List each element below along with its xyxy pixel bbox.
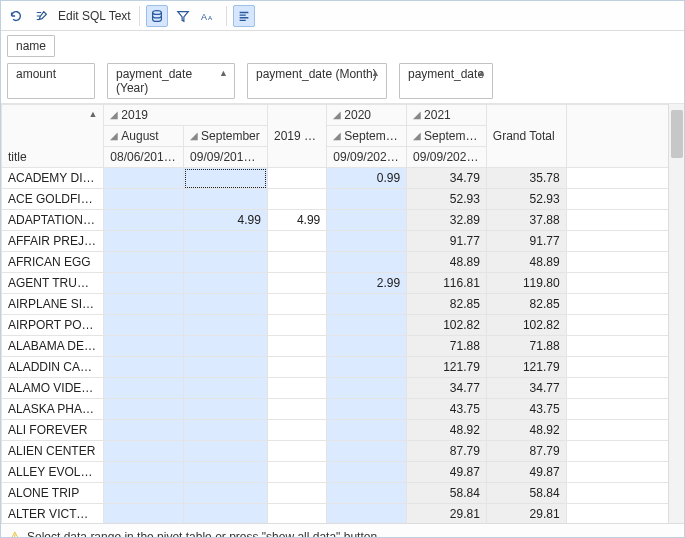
cell-grand[interactable]: 71.88 bbox=[486, 336, 566, 357]
cell-sep19[interactable] bbox=[184, 504, 268, 524]
cell-grand[interactable]: 37.88 bbox=[486, 210, 566, 231]
cell-title[interactable]: ALLEY EVOLUTION bbox=[2, 462, 104, 483]
cell-sep21[interactable]: 29.81 bbox=[407, 504, 487, 524]
cell-title[interactable]: ACADEMY DINO... bbox=[2, 168, 104, 189]
align-left-icon[interactable] bbox=[233, 5, 255, 27]
cell-sep21[interactable]: 48.92 bbox=[407, 420, 487, 441]
table-row[interactable]: ALASKA PHANTOM43.7543.75 bbox=[2, 399, 669, 420]
col-field-year[interactable]: payment_date (Year) ▲ bbox=[107, 63, 235, 99]
cell-aug19[interactable] bbox=[104, 378, 184, 399]
cell-sum19[interactable] bbox=[267, 462, 326, 483]
cell-sep20[interactable] bbox=[327, 483, 407, 504]
table-row[interactable]: ALABAMA DEVIL71.8871.88 bbox=[2, 336, 669, 357]
cell-aug19[interactable] bbox=[104, 504, 184, 524]
col-date-sep19[interactable]: 09/09/2019 ... bbox=[184, 147, 268, 168]
cell-aug19[interactable] bbox=[104, 273, 184, 294]
cell-sep19[interactable] bbox=[184, 399, 268, 420]
cell-sep19[interactable]: 4.99 bbox=[184, 210, 268, 231]
cell-sep20[interactable] bbox=[327, 462, 407, 483]
cell-sum19[interactable] bbox=[267, 294, 326, 315]
col-field-month[interactable]: payment_date (Month) ▲ bbox=[247, 63, 387, 99]
cell-title[interactable]: ALONE TRIP bbox=[2, 483, 104, 504]
cell-sum19[interactable] bbox=[267, 315, 326, 336]
database-icon[interactable] bbox=[146, 5, 168, 27]
cell-sep20[interactable] bbox=[327, 399, 407, 420]
col-year-2021[interactable]: ◢2021 bbox=[407, 105, 487, 126]
cell-sep21[interactable]: 71.88 bbox=[407, 336, 487, 357]
cell-sep20[interactable]: 2.99 bbox=[327, 273, 407, 294]
cell-aug19[interactable] bbox=[104, 210, 184, 231]
table-row[interactable]: AIRPORT POLLO...102.82102.82 bbox=[2, 315, 669, 336]
cell-sep21[interactable]: 121.79 bbox=[407, 357, 487, 378]
cell-grand[interactable]: 35.78 bbox=[486, 168, 566, 189]
cell-sum19[interactable] bbox=[267, 252, 326, 273]
cell-grand[interactable]: 52.93 bbox=[486, 189, 566, 210]
cell-title[interactable]: ALASKA PHANTOM bbox=[2, 399, 104, 420]
cell-aug19[interactable] bbox=[104, 462, 184, 483]
cell-sep20[interactable] bbox=[327, 315, 407, 336]
refresh-icon[interactable] bbox=[5, 5, 27, 27]
cell-sep19[interactable] bbox=[184, 336, 268, 357]
font-size-icon[interactable]: AA bbox=[198, 5, 220, 27]
cell-sep21[interactable]: 52.93 bbox=[407, 189, 487, 210]
cell-sep20[interactable] bbox=[327, 210, 407, 231]
cell-aug19[interactable] bbox=[104, 336, 184, 357]
table-row[interactable]: ALIEN CENTER87.7987.79 bbox=[2, 441, 669, 462]
col-grand-total[interactable]: Grand Total bbox=[486, 105, 566, 168]
scrollbar-thumb[interactable] bbox=[671, 110, 683, 158]
cell-sep19[interactable] bbox=[184, 273, 268, 294]
cell-sum19[interactable] bbox=[267, 273, 326, 294]
cell-grand[interactable]: 43.75 bbox=[486, 399, 566, 420]
table-row[interactable]: AIRPLANE SIERRA82.8582.85 bbox=[2, 294, 669, 315]
cell-sep19[interactable] bbox=[184, 189, 268, 210]
table-row[interactable]: AGENT TRUMAN2.99116.81119.80 bbox=[2, 273, 669, 294]
col-month-sep-2021[interactable]: ◢September bbox=[407, 126, 487, 147]
cell-grand[interactable]: 29.81 bbox=[486, 504, 566, 524]
col-month-aug[interactable]: ◢August bbox=[104, 126, 184, 147]
cell-grand[interactable]: 49.87 bbox=[486, 462, 566, 483]
cell-grand[interactable]: 102.82 bbox=[486, 315, 566, 336]
cell-sum19[interactable] bbox=[267, 189, 326, 210]
cell-sum19[interactable] bbox=[267, 483, 326, 504]
cell-title[interactable]: ALIEN CENTER bbox=[2, 441, 104, 462]
table-row[interactable]: AFRICAN EGG48.8948.89 bbox=[2, 252, 669, 273]
cell-sep21[interactable]: 32.89 bbox=[407, 210, 487, 231]
cell-title[interactable]: ALABAMA DEVIL bbox=[2, 336, 104, 357]
table-row[interactable]: ALAMO VIDEOT...34.7734.77 bbox=[2, 378, 669, 399]
cell-aug19[interactable] bbox=[104, 231, 184, 252]
cell-sep21[interactable]: 82.85 bbox=[407, 294, 487, 315]
cell-sep20[interactable] bbox=[327, 252, 407, 273]
cell-sep19[interactable] bbox=[184, 231, 268, 252]
cell-title[interactable]: AIRPORT POLLO... bbox=[2, 315, 104, 336]
cell-aug19[interactable] bbox=[104, 315, 184, 336]
filter-icon[interactable] bbox=[172, 5, 194, 27]
table-row[interactable]: ALONE TRIP58.8458.84 bbox=[2, 483, 669, 504]
cell-sep20[interactable] bbox=[327, 294, 407, 315]
cell-title[interactable]: AFFAIR PREJUD... bbox=[2, 231, 104, 252]
table-row[interactable]: ALTER VICTORY29.8129.81 bbox=[2, 504, 669, 524]
cell-sep21[interactable]: 34.79 bbox=[407, 168, 487, 189]
cell-sep20[interactable] bbox=[327, 189, 407, 210]
cell-sum19[interactable] bbox=[267, 231, 326, 252]
cell-sep19[interactable] bbox=[184, 462, 268, 483]
cell-sep21[interactable]: 91.77 bbox=[407, 231, 487, 252]
edit-sql-label[interactable]: Edit SQL Text bbox=[57, 9, 133, 23]
cell-sep20[interactable] bbox=[327, 357, 407, 378]
cell-aug19[interactable] bbox=[104, 399, 184, 420]
cell-sep19[interactable] bbox=[184, 315, 268, 336]
col-2019-sum[interactable]: 2019 Sum bbox=[267, 105, 326, 168]
cell-grand[interactable]: 48.89 bbox=[486, 252, 566, 273]
cell-aug19[interactable] bbox=[104, 168, 184, 189]
cell-grand[interactable]: 119.80 bbox=[486, 273, 566, 294]
cell-title[interactable]: AGENT TRUMAN bbox=[2, 273, 104, 294]
cell-sep21[interactable]: 48.89 bbox=[407, 252, 487, 273]
cell-sep21[interactable]: 102.82 bbox=[407, 315, 487, 336]
cell-title[interactable]: AFRICAN EGG bbox=[2, 252, 104, 273]
cell-sum19[interactable] bbox=[267, 378, 326, 399]
cell-sum19[interactable] bbox=[267, 336, 326, 357]
cell-sep20[interactable] bbox=[327, 420, 407, 441]
cell-sep20[interactable] bbox=[327, 504, 407, 524]
filter-field-name[interactable]: name bbox=[7, 35, 55, 57]
cell-grand[interactable]: 34.77 bbox=[486, 378, 566, 399]
col-month-sep-2020[interactable]: ◢September bbox=[327, 126, 407, 147]
